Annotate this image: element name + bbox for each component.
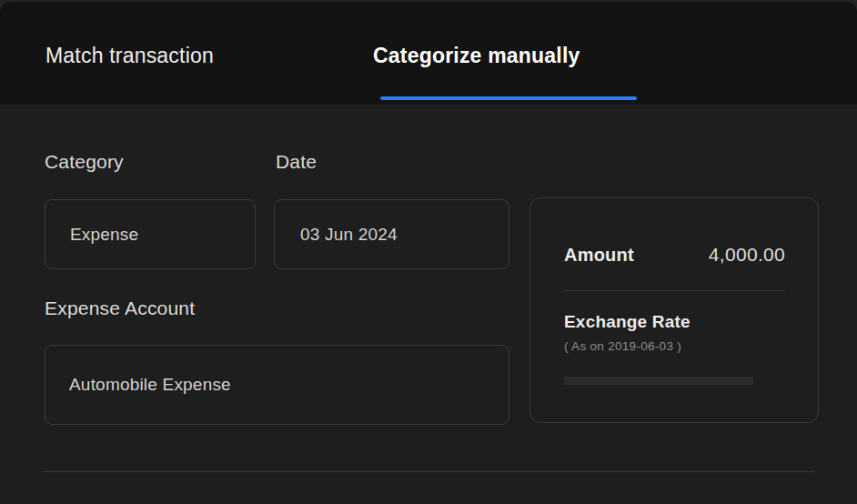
footer-divider: [44, 471, 814, 472]
amount-value: 4,000.00: [709, 244, 785, 266]
expense-account-value: Automobile Expense: [69, 375, 231, 395]
dialog-tab-bar: Match transaction Categorize manually: [0, 2, 857, 105]
panel-divider: [564, 290, 785, 291]
tab-categorize-manually[interactable]: Categorize manually: [373, 42, 580, 69]
tab-match-transaction[interactable]: Match transaction: [45, 42, 214, 69]
category-value: Expense: [70, 225, 138, 245]
exchange-rate-loading-skeleton: [564, 377, 753, 385]
dialog-body: Category Date Expense 03 Jun 2024 Expens…: [0, 105, 857, 504]
expense-account-label: Expense Account: [45, 297, 195, 319]
amount-label: Amount: [564, 245, 634, 266]
category-label: Category: [45, 151, 124, 173]
amount-row: Amount 4,000.00: [564, 244, 785, 266]
category-select[interactable]: Expense: [45, 199, 256, 269]
date-value: 03 Jun 2024: [300, 225, 398, 245]
exchange-rate-date-note: ( As on 2019-06-03 ): [564, 339, 681, 353]
date-picker[interactable]: 03 Jun 2024: [274, 199, 509, 269]
amount-summary-panel: Amount 4,000.00 Exchange Rate ( As on 20…: [529, 197, 819, 423]
categorize-transaction-dialog: Match transaction Categorize manually Ca…: [0, 2, 857, 504]
expense-account-select[interactable]: Automobile Expense: [45, 345, 509, 425]
active-tab-indicator: [380, 96, 637, 100]
date-label: Date: [276, 151, 317, 173]
exchange-rate-label: Exchange Rate: [564, 312, 691, 332]
